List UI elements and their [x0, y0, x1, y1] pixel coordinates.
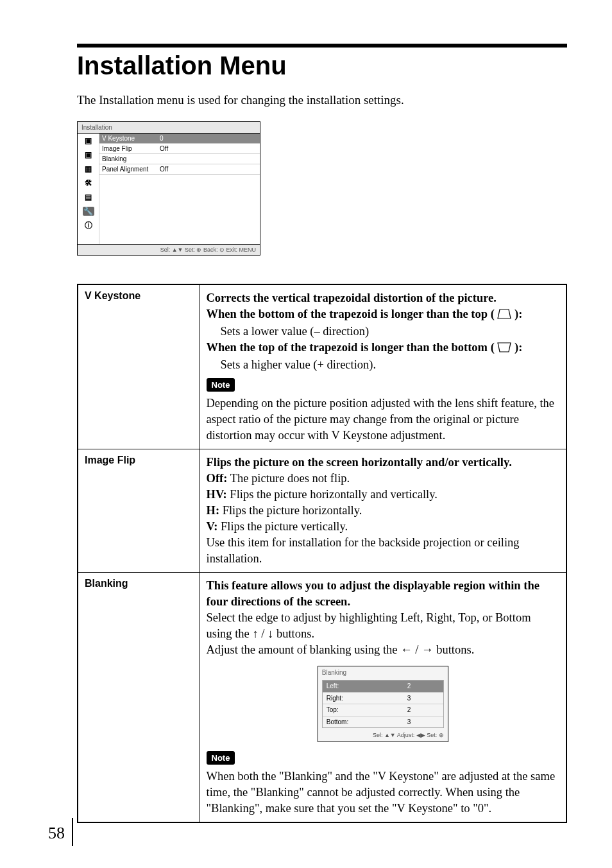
if-v-b: V:	[207, 520, 218, 533]
vk-line1: Corrects the vertical trapezoidal distor…	[207, 290, 560, 306]
sub-osd-row-left: Left: 2	[323, 681, 443, 693]
osd-row-label: Panel Alignment	[102, 166, 160, 173]
sub-row-value: 3	[407, 694, 439, 703]
sub-row-label: Right:	[327, 694, 407, 703]
osd-footer: Sel: ▲▼ Set: ⊕ Back: ⊙ Exit: MENU	[78, 244, 260, 255]
vk-line2b: ):	[514, 308, 522, 320]
sub-osd-row-top: Top: 2	[323, 704, 443, 716]
vk-line3: Sets a lower value (– direction)	[207, 324, 560, 340]
page-title: Installation Menu	[77, 51, 567, 80]
sub-row-value: 2	[407, 706, 439, 715]
trapezoid-narrow-bottom-icon	[497, 341, 511, 357]
sub-osd-row-right: Right: 3	[323, 693, 443, 705]
osd-row-label: Blanking	[102, 155, 160, 162]
row-desc-vkeystone: Corrects the vertical trapezoidal distor…	[200, 284, 566, 449]
arrow-down-icon	[268, 627, 273, 640]
blanking-sub-osd: Blanking Left: 2 Right: 3 Top: 2	[318, 666, 448, 742]
vk-line4b: ):	[514, 341, 522, 354]
if-off-t: The picture does not flip.	[227, 472, 350, 485]
page-number-bar	[72, 818, 73, 846]
svg-marker-1	[498, 343, 511, 352]
bl-line1: This feature allows you to adjust the di…	[207, 578, 560, 610]
vk-line4a: When the top of the trapezoid is longer …	[207, 341, 495, 354]
osd-installation-menu: Installation ▣ ▣ ▦ 🛠 ▤ 🔧 ⓘ V Keystone 0 …	[77, 121, 260, 256]
sub-osd-row-bottom: Bottom: 3	[323, 716, 443, 728]
osd-icon-adv-picture: ▣	[83, 150, 94, 159]
settings-table: V Keystone Corrects the vertical trapezo…	[77, 284, 567, 823]
sub-row-label: Top:	[327, 706, 407, 715]
if-h-t: Flips the picture horizontally.	[219, 504, 362, 517]
osd-row-imageflip: Image Flip Off	[99, 144, 260, 154]
sub-row-label: Bottom:	[327, 718, 407, 727]
row-desc-imageflip: Flips the picture on the screen horizont…	[200, 449, 566, 573]
arrow-up-icon	[252, 627, 258, 640]
intro-text: The Installation menu is used for changi…	[77, 93, 567, 107]
vk-line2a: When the bottom of the trapezoid is long…	[207, 308, 495, 320]
vk-note-body: Depending on the picture position adjust…	[207, 395, 560, 444]
osd-rows: V Keystone 0 Image Flip Off Blanking Pan…	[99, 134, 260, 244]
row-label-blanking: Blanking	[78, 573, 200, 822]
svg-marker-0	[498, 309, 511, 318]
if-hv-b: HV:	[207, 488, 227, 501]
if-off-b: Off:	[207, 472, 228, 485]
sub-osd-footer: Sel: ▲▼ Adjust: ◀▶ Set: ⊕	[318, 729, 448, 741]
sub-row-value: 3	[407, 718, 439, 727]
if-h-b: H:	[207, 504, 220, 517]
osd-row-value: 0	[160, 135, 257, 142]
sub-row-label: Left:	[327, 682, 407, 691]
osd-row-vkeystone: V Keystone 0	[99, 134, 260, 144]
osd-row-value: Off	[160, 166, 257, 173]
trapezoid-narrow-top-icon	[497, 308, 511, 324]
osd-row-blanking: Blanking	[99, 154, 260, 164]
osd-row-label: Image Flip	[102, 145, 160, 152]
if-line1: Flips the picture on the screen horizont…	[207, 455, 560, 471]
osd-icon-screen: ▦	[83, 164, 94, 173]
page-number: 58	[48, 824, 65, 843]
osd-icon-installation: 🔧	[83, 207, 94, 216]
bl-line2b: buttons.	[276, 627, 314, 640]
if-hv-t: Flips the picture horizontally and verti…	[227, 488, 438, 501]
row-desc-blanking: This feature allows you to adjust the di…	[200, 573, 566, 822]
sub-osd-title: Blanking	[318, 666, 448, 679]
osd-icon-function: ▤	[83, 193, 94, 202]
arrow-right-icon	[421, 643, 434, 656]
osd-icon-picture: ▣	[83, 136, 94, 145]
osd-icon-setup: 🛠	[83, 178, 94, 187]
osd-row-label: V Keystone	[102, 135, 160, 142]
osd-title: Installation	[78, 122, 260, 134]
osd-icon-info: ⓘ	[83, 221, 94, 230]
osd-row-value	[160, 155, 257, 162]
osd-row-panelalignment: Panel Alignment Off	[99, 164, 260, 175]
bl-note-body: When both the "Blanking" and the "V Keys…	[207, 768, 560, 817]
row-label-imageflip: Image Flip	[78, 449, 200, 573]
note-pill: Note	[207, 378, 235, 392]
vk-line5: Sets a higher value (+ direction).	[207, 357, 560, 373]
if-tail: Use this item for installation for the b…	[207, 535, 560, 567]
sub-row-value: 2	[407, 682, 439, 691]
arrow-left-icon	[400, 643, 412, 656]
osd-icon-column: ▣ ▣ ▦ 🛠 ▤ 🔧 ⓘ	[78, 134, 99, 244]
note-pill: Note	[207, 751, 235, 765]
header-rule	[77, 44, 567, 48]
bl-line3: Adjust the amount of blanking using the	[207, 643, 401, 656]
if-v-t: Flips the picture vertically.	[217, 520, 348, 533]
osd-row-value: Off	[160, 145, 257, 152]
bl-line3b: buttons.	[436, 643, 474, 656]
row-label-vkeystone: V Keystone	[78, 284, 200, 449]
